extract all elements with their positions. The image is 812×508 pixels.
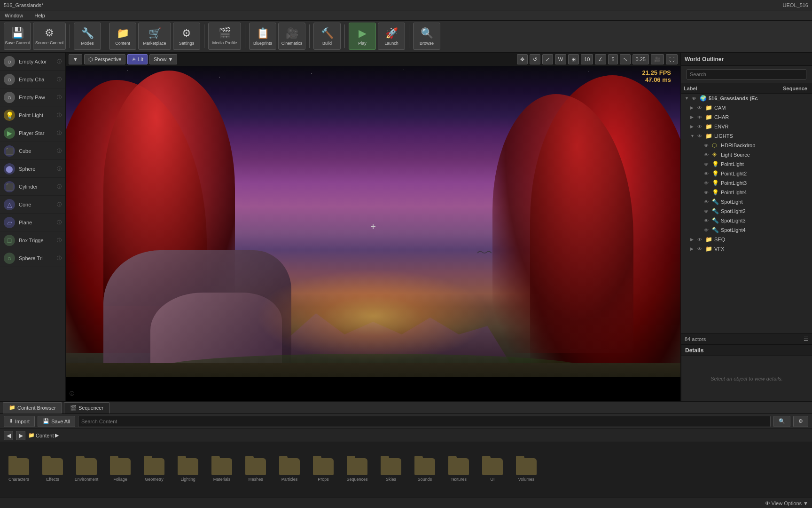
folder-item-environment[interactable]: Environment bbox=[71, 455, 102, 485]
folder-item-materials[interactable]: Materials bbox=[207, 455, 237, 485]
folder-item-volumes[interactable]: Volumes bbox=[511, 455, 541, 485]
modes-button[interactable]: 🔧 Modes bbox=[74, 23, 101, 50]
place-item-cube[interactable]: ⬛ Cube ⓘ bbox=[0, 142, 65, 160]
launch-button[interactable]: 🚀 Launch bbox=[378, 23, 405, 50]
place-item-sphere-trigger[interactable]: ○ Sphere Tri ⓘ bbox=[0, 249, 65, 267]
camera-speed-btn[interactable]: 🎥 bbox=[651, 54, 664, 64]
place-item-empty-actor[interactable]: ○ Empty Actor ⓘ bbox=[0, 53, 65, 71]
folder-item-sounds[interactable]: Sounds bbox=[410, 455, 440, 485]
toolbar-separator-5 bbox=[309, 24, 310, 48]
nav-back-button[interactable]: ◀ bbox=[4, 431, 13, 440]
outliner-filter-icon[interactable]: ☰ bbox=[804, 336, 808, 342]
tree-item-spotlight3[interactable]: 👁 🔦 SpotLight3 bbox=[681, 216, 812, 225]
folder-item-foliage[interactable]: Foliage bbox=[105, 455, 135, 485]
blueprints-button[interactable]: 📋 Blueprints bbox=[249, 23, 276, 50]
place-item-plane[interactable]: ▱ Plane ⓘ bbox=[0, 214, 65, 231]
grid-snap-btn[interactable]: ⊞ bbox=[568, 54, 579, 64]
browse-button[interactable]: 🔍 Browse bbox=[413, 23, 440, 50]
import-button[interactable]: ⬇ Import bbox=[4, 416, 35, 427]
cinematics-button[interactable]: 🎥 Cinematics bbox=[278, 23, 305, 50]
tree-item-pointlight2[interactable]: 👁 💡 PointLight2 bbox=[681, 169, 812, 178]
folder-item-sequences[interactable]: Sequences bbox=[342, 455, 372, 485]
tree-item-seq[interactable]: ▶ 👁 📁 SEQ bbox=[681, 235, 812, 244]
tree-item-hdri[interactable]: 👁 ⬡ HDRIBackdrop bbox=[681, 141, 812, 150]
tree-item-lights[interactable]: ▼ 👁 📁 LIGHTS bbox=[681, 131, 812, 141]
scale-value[interactable]: 0.25 bbox=[632, 54, 649, 64]
place-item-empty-cha[interactable]: ○ Empty Cha ⓘ bbox=[0, 71, 65, 88]
menu-window[interactable]: Window bbox=[3, 12, 25, 19]
folder-item-skies[interactable]: Skies bbox=[376, 455, 406, 485]
tree-item-pointlight[interactable]: 👁 💡 PointLight bbox=[681, 159, 812, 169]
content-search-button[interactable]: 🔍 bbox=[773, 416, 790, 427]
viewport-arrow-btn[interactable]: ▼ bbox=[69, 54, 82, 64]
place-item-box-trigger[interactable]: □ Box Trigge ⓘ bbox=[0, 231, 65, 249]
breadcrumb-content[interactable]: 📁 Content ▶ bbox=[28, 432, 59, 438]
folder-label: Particles bbox=[275, 477, 304, 482]
play-button[interactable]: ▶ Play bbox=[349, 23, 376, 50]
view-options-button[interactable]: 👁 View Options ▼ bbox=[765, 500, 809, 506]
place-item-point-light[interactable]: 💡 Point Light ⓘ bbox=[0, 106, 65, 124]
folder-item-lighting[interactable]: Lighting bbox=[173, 455, 203, 485]
vis-seq: 👁 bbox=[697, 237, 704, 242]
folder-item-geometry[interactable]: Geometry bbox=[139, 455, 169, 485]
scale-icon-vp[interactable]: ⤢ bbox=[542, 54, 553, 64]
content-settings-button[interactable]: ⚙ bbox=[793, 416, 808, 427]
tree-item-spotlight4[interactable]: 👁 🔦 SpotLight4 bbox=[681, 225, 812, 235]
place-item-cone[interactable]: △ Cone ⓘ bbox=[0, 196, 65, 214]
folder-item-ui[interactable]: UI bbox=[477, 455, 508, 485]
tab-content-browser[interactable]: 📁 Content Browser bbox=[3, 402, 62, 413]
view-options-arrow: ▼ bbox=[803, 500, 808, 506]
maximize-btn[interactable]: ⛶ bbox=[666, 54, 678, 64]
rotate-icon[interactable]: ↺ bbox=[530, 54, 540, 64]
content-button[interactable]: 📁 Content bbox=[109, 23, 136, 50]
tab-sequencer[interactable]: 🎬 Sequencer bbox=[64, 402, 109, 413]
tree-item-spotlight[interactable]: 👁 🔦 SpotLight bbox=[681, 197, 812, 206]
world-local-toggle[interactable]: W bbox=[555, 54, 566, 64]
cam-name: CAM bbox=[714, 105, 812, 111]
source-control-button[interactable]: ⚙ Source Control bbox=[33, 23, 66, 50]
place-item-sphere[interactable]: ⬤ Sphere ⓘ bbox=[0, 160, 65, 178]
build-button[interactable]: 🔨 Build bbox=[313, 23, 341, 50]
show-button[interactable]: Show ▼ bbox=[149, 54, 177, 64]
menu-help[interactable]: Help bbox=[32, 12, 47, 19]
tree-item-char[interactable]: ▶ 👁 📁 CHAR bbox=[681, 112, 812, 122]
scale-snap-btn[interactable]: ⤡ bbox=[620, 54, 631, 64]
folder-label: Foliage bbox=[106, 477, 134, 482]
folder-item-effects[interactable]: Effects bbox=[38, 455, 68, 485]
content-search-input[interactable] bbox=[78, 416, 771, 427]
folder-item-textures[interactable]: Textures bbox=[444, 455, 474, 485]
vis-spotlight: 👁 bbox=[704, 199, 710, 205]
media-profile-button[interactable]: 🎬 Media Profile bbox=[208, 23, 241, 50]
place-item-empty-paw[interactable]: ○ Empty Paw ⓘ bbox=[0, 88, 65, 106]
lit-button[interactable]: ☀ Lit bbox=[127, 54, 148, 64]
tree-item-pointlight4[interactable]: 👁 💡 PointLight4 bbox=[681, 188, 812, 197]
folder-item-meshes[interactable]: Meshes bbox=[241, 455, 271, 485]
tree-item-cam[interactable]: ▶ 👁 📁 CAM bbox=[681, 103, 812, 112]
marketplace-button[interactable]: 🛒 Marketplace bbox=[138, 23, 171, 50]
outliner-search-input[interactable] bbox=[687, 69, 806, 79]
tree-item-envr[interactable]: ▶ 👁 📁 ENVR bbox=[681, 122, 812, 131]
tree-item-world[interactable]: ▼ 👁 🌍 516_Grasslands (Ec bbox=[681, 94, 812, 103]
nav-forward-button[interactable]: ▶ bbox=[16, 431, 25, 440]
transform-icon[interactable]: ✥ bbox=[517, 54, 528, 64]
viewport[interactable]: ▼ ⬡ Perspective ☀ Lit Show ▼ ✥ ↺ ⤢ W ⊞ 1… bbox=[66, 53, 680, 401]
folder-item-characters[interactable]: Characters bbox=[4, 455, 34, 485]
place-item-cylinder[interactable]: ⬛ Cylinder ⓘ bbox=[0, 178, 65, 196]
folder-item-particles[interactable]: Particles bbox=[274, 455, 304, 485]
folder-item-props[interactable]: Props bbox=[308, 455, 338, 485]
tree-item-light-source[interactable]: 👁 ☀ Light Source bbox=[681, 150, 812, 159]
tree-item-spotlight2[interactable]: 👁 🔦 SpotLight2 bbox=[681, 206, 812, 216]
angle-snap-btn[interactable]: ∠ bbox=[595, 54, 606, 64]
settings-button[interactable]: ⚙ Settings bbox=[173, 23, 200, 50]
save-all-button[interactable]: 💾 Save All bbox=[38, 416, 75, 427]
save-current-button[interactable]: 💾 Save Current bbox=[4, 23, 31, 50]
empty-paw-icon: ○ bbox=[4, 92, 15, 103]
tree-item-vfx[interactable]: ▶ 👁 📁 VFX bbox=[681, 244, 812, 254]
grid-size-value[interactable]: 10 bbox=[581, 54, 593, 64]
tree-item-pointlight3[interactable]: 👁 💡 PointLight3 bbox=[681, 178, 812, 188]
perspective-button[interactable]: ⬡ Perspective bbox=[84, 54, 125, 64]
expand-envr: ▶ bbox=[690, 124, 696, 129]
angle-value[interactable]: 5 bbox=[608, 54, 617, 64]
folder-label: Geometry bbox=[140, 477, 168, 482]
place-item-player-start[interactable]: ▶ Player Star ⓘ bbox=[0, 124, 65, 142]
